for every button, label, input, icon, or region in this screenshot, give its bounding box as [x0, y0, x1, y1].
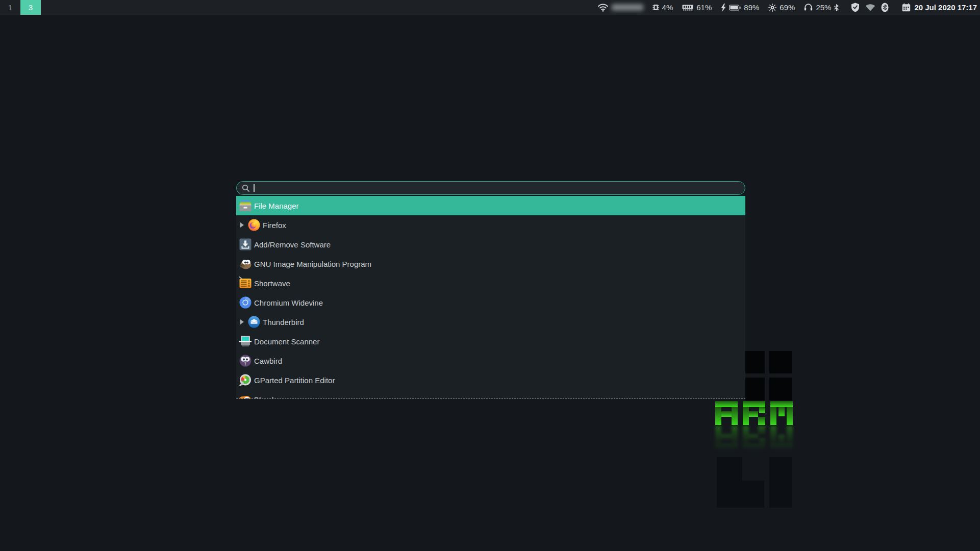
blender-icon — [239, 393, 252, 399]
app-label: GParted Partition Editor — [254, 376, 335, 385]
headset-battery-indicator[interactable]: 25% — [804, 3, 839, 12]
workspace-switcher: 1 3 — [0, 0, 41, 15]
app-row-chromium-widevine[interactable]: Chromium Widevine — [236, 293, 745, 312]
chromium-icon — [239, 296, 252, 309]
shortwave-icon — [239, 277, 252, 290]
app-row-cawbird[interactable]: Cawbird — [236, 351, 745, 370]
search-icon — [242, 184, 250, 192]
logo-block — [745, 378, 765, 400]
memory-percent: 61% — [696, 3, 712, 12]
app-row-gnu-image-manipulation-program[interactable]: GNU Image Manipulation Program — [236, 254, 745, 273]
app-label: Blender — [254, 395, 281, 399]
bluetooth-icon[interactable] — [881, 3, 889, 12]
memory-indicator[interactable]: 61% — [682, 3, 712, 12]
app-row-blender[interactable]: Blender — [236, 390, 745, 399]
logo-block — [742, 481, 764, 508]
app-label: Firefox — [263, 221, 286, 230]
app-label: Chromium Widevine — [254, 298, 323, 307]
clock-text: 20 Jul 2020 17:17 — [914, 3, 977, 12]
wifi-icon — [597, 3, 609, 12]
gparted-icon — [239, 373, 252, 387]
app-row-document-scanner[interactable]: Document Scanner — [236, 332, 745, 351]
brightness-percent: 69% — [780, 3, 795, 12]
app-label: Document Scanner — [254, 337, 319, 346]
app-row-add-remove-software[interactable]: Add/Remove Software — [236, 235, 745, 254]
app-row-firefox[interactable]: Firefox — [236, 215, 745, 235]
memory-icon — [682, 4, 693, 11]
headset-percent: 25% — [816, 3, 831, 12]
app-row-thunderbird[interactable]: Thunderbird — [236, 312, 745, 332]
app-row-shortwave[interactable]: Shortwave — [236, 273, 745, 293]
reflection-fade — [713, 425, 796, 456]
thunderbird-icon — [247, 315, 261, 329]
expander-arrow-icon[interactable] — [240, 319, 246, 324]
wifi-ssid-blurred — [612, 4, 643, 11]
status-icons — [851, 3, 889, 12]
search-input[interactable] — [236, 181, 745, 195]
app-label: GNU Image Manipulation Program — [254, 260, 371, 268]
cpu-percent: 4% — [662, 3, 673, 12]
logo-block — [717, 457, 742, 508]
logo-block — [769, 351, 792, 373]
app-result-list[interactable]: File Manager Firefox Add/Remove Software… — [236, 196, 745, 399]
app-label: Cawbird — [254, 357, 282, 365]
app-label: Add/Remove Software — [254, 240, 331, 249]
app-label: Shortwave — [254, 279, 290, 288]
wifi-signal-icon[interactable] — [865, 4, 875, 11]
workspace-1-button[interactable]: 1 — [0, 0, 20, 15]
expander-arrow-icon[interactable] — [240, 222, 246, 228]
app-launcher: File Manager Firefox Add/Remove Software… — [236, 181, 745, 399]
network-indicator[interactable] — [597, 3, 643, 12]
shield-check-icon[interactable] — [851, 3, 860, 12]
bluetooth-rune-icon — [834, 4, 839, 11]
app-row-gparted-partition-editor[interactable]: GParted Partition Editor — [236, 370, 745, 390]
logo-block — [745, 351, 765, 373]
calendar-icon — [902, 3, 911, 12]
firefox-icon — [247, 218, 261, 232]
top-panel: 1 3 4% — [0, 0, 980, 15]
clock[interactable]: 20 Jul 2020 17:17 — [902, 3, 977, 12]
workspace-3-button[interactable]: 3 — [20, 0, 41, 15]
file-manager-icon — [239, 199, 252, 212]
brightness-icon — [768, 4, 776, 12]
logo-block — [769, 378, 792, 400]
headset-icon — [804, 4, 813, 11]
arm-logo — [715, 401, 793, 425]
cawbird-icon — [239, 354, 252, 367]
battery-percent: 89% — [744, 3, 759, 12]
brightness-indicator[interactable]: 69% — [768, 3, 795, 12]
logo-block — [769, 457, 792, 508]
gimp-icon — [239, 257, 252, 270]
battery-icon — [729, 5, 741, 11]
cpu-indicator[interactable]: 4% — [652, 3, 673, 12]
add-remove-software-icon — [239, 238, 252, 251]
battery-indicator[interactable]: 89% — [721, 3, 759, 12]
text-cursor — [254, 184, 255, 192]
app-label: File Manager — [254, 202, 299, 210]
cpu-chip-icon — [652, 3, 659, 12]
desktop: { "panel": { "workspaces": [ { "label": … — [0, 0, 980, 551]
lightning-bolt-icon — [721, 4, 726, 12]
app-row-file-manager[interactable]: File Manager — [236, 196, 745, 215]
system-tray: 4% 61% — [597, 0, 980, 15]
document-scanner-icon — [239, 335, 252, 348]
app-label: Thunderbird — [263, 318, 304, 327]
